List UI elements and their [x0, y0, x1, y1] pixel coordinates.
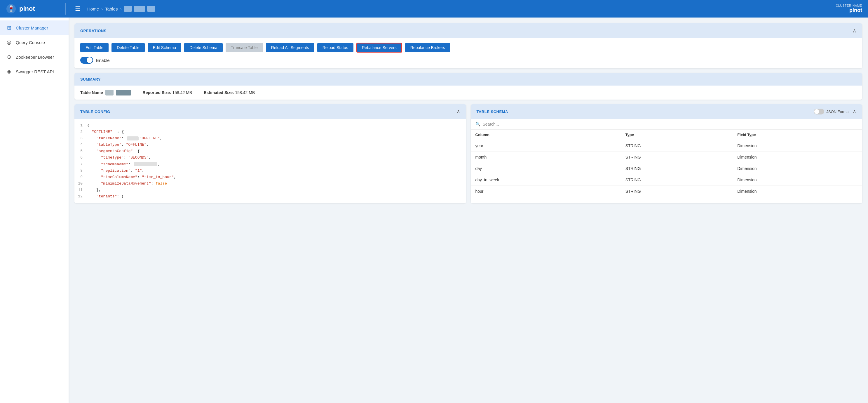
rebalance-brokers-button[interactable]: Rebalance Brokers — [405, 43, 451, 52]
json-format-knob — [814, 109, 819, 114]
sidebar-item-zookeeper[interactable]: ⊙ Zookeeper Browser — [0, 50, 69, 64]
code-line-2: 2 "OFFLINE": { — [74, 129, 466, 135]
table-row: day_in_week STRING Dimension — [471, 174, 863, 186]
table-schema-toggle[interactable]: ∧ — [852, 108, 856, 115]
delete-schema-button[interactable]: Delete Schema — [184, 43, 223, 52]
ops-buttons: Edit Table Delete Table Edit Schema Dele… — [80, 42, 856, 53]
breadcrumb: Home › Tables › — [87, 6, 155, 12]
breadcrumb-sep-1: › — [101, 6, 103, 11]
top-nav: 🍷 pinot ☰ Home › Tables › CLUSTER NAME p… — [0, 0, 868, 18]
cluster-name-value: pinot — [836, 7, 862, 13]
json-format-label: JSON Format — [827, 110, 849, 114]
sidebar-item-zookeeper-label: Zookeeper Browser — [16, 55, 54, 60]
search-icon: 🔍 — [475, 122, 480, 126]
rebalance-servers-button[interactable]: Rebalance Servers — [356, 42, 402, 53]
cell-type: STRING — [621, 140, 733, 151]
enable-toggle-row: Enable — [80, 57, 856, 64]
sidebar-item-cluster-manager[interactable]: ⊞ Cluster Manager — [0, 21, 69, 35]
table-name-redacted-1 — [105, 90, 114, 95]
operations-title: OPERATIONS — [80, 29, 106, 33]
cluster-manager-icon: ⊞ — [6, 25, 12, 31]
logo-text: pinot — [19, 5, 35, 12]
logo-area: 🍷 pinot — [6, 3, 58, 14]
code-area: 1 { 2 "OFFLINE": { 3 "tableName": "OFFLI… — [74, 119, 466, 203]
summary-panel-header: SUMMARY — [74, 73, 862, 86]
col-header-column: Column — [471, 129, 621, 140]
breadcrumb-home[interactable]: Home — [87, 6, 99, 11]
code-line-9: 9 "timeColumnName": "time_to_hour", — [74, 174, 466, 180]
redacted-schemaname — [134, 162, 157, 166]
json-format-toggle[interactable]: JSON Format — [814, 109, 849, 114]
pinot-logo-icon: 🍷 — [6, 3, 17, 14]
sidebar-item-query-console[interactable]: ◎ Query Console — [0, 35, 69, 50]
cell-field-type: Dimension — [733, 163, 862, 174]
cell-field-type: Dimension — [733, 140, 862, 151]
summary-title: SUMMARY — [80, 77, 101, 82]
schema-search-input[interactable] — [483, 122, 858, 126]
cell-type: STRING — [621, 151, 733, 163]
sidebar-item-swagger[interactable]: ◈ Swagger REST API — [0, 64, 69, 79]
reload-all-segments-button[interactable]: Reload All Segments — [266, 43, 314, 52]
edit-schema-button[interactable]: Edit Schema — [148, 43, 181, 52]
code-line-1: 1 { — [74, 122, 466, 129]
edit-table-button[interactable]: Edit Table — [80, 43, 108, 52]
code-line-11: 11 }, — [74, 187, 466, 193]
summary-body: Table Name Reported Size: 158.42 MB Esti… — [74, 86, 862, 99]
operations-panel-header: OPERATIONS ∧ — [74, 23, 862, 38]
reported-size-value: 158.42 MB — [172, 90, 192, 95]
cell-column: hour — [471, 186, 621, 197]
schema-table-body: year STRING Dimension month STRING Dimen… — [471, 140, 863, 197]
operations-toggle[interactable]: ∧ — [852, 27, 856, 34]
cluster-label: CLUSTER NAME — [836, 4, 862, 7]
sidebar-item-query-console-label: Query Console — [16, 40, 45, 45]
sidebar-item-swagger-label: Swagger REST API — [16, 69, 54, 74]
summary-estimated-size: Estimated Size: 158.42 MB — [204, 90, 255, 95]
summary-table-name: Table Name — [80, 90, 131, 95]
code-line-7: 7 "schemaName": , — [74, 161, 466, 168]
breadcrumb-sep-2: › — [120, 6, 121, 11]
bc-box-1 — [124, 6, 132, 12]
cell-field-type: Dimension — [733, 186, 862, 197]
truncate-table-button: Truncate Table — [226, 43, 263, 52]
toggle-knob — [87, 57, 93, 63]
content-area: OPERATIONS ∧ Edit Table Delete Table Edi… — [69, 18, 868, 403]
enable-label: Enable — [96, 58, 110, 63]
code-line-4: 4 "tableType": "OFFLINE", — [74, 142, 466, 148]
col-header-type: Type — [621, 129, 733, 140]
summary-reported-size: Reported Size: 158.42 MB — [143, 90, 192, 95]
cell-field-type: Dimension — [733, 174, 862, 186]
table-name-label: Table Name — [80, 90, 103, 95]
reported-size-label: Reported Size: — [143, 90, 171, 95]
nav-divider — [65, 3, 66, 15]
table-config-header: TABLE CONFIG ∧ — [74, 104, 466, 119]
lower-panels: TABLE CONFIG ∧ 1 { 2 "OFFLINE": { 3 "ta — [74, 104, 862, 203]
table-row: month STRING Dimension — [471, 151, 863, 163]
cell-column: day — [471, 163, 621, 174]
table-row: hour STRING Dimension — [471, 186, 863, 197]
code-line-12: 12 "tenants": { — [74, 193, 466, 200]
delete-table-button[interactable]: Delete Table — [112, 43, 145, 52]
cell-column: year — [471, 140, 621, 151]
json-format-switch[interactable] — [814, 109, 824, 114]
code-line-6: 6 "timeType": "SECONDS", — [74, 154, 466, 161]
table-config-title: TABLE CONFIG — [80, 110, 110, 114]
table-config-panel: TABLE CONFIG ∧ 1 { 2 "OFFLINE": { 3 "ta — [74, 104, 466, 203]
main-layout: ⊞ Cluster Manager ◎ Query Console ⊙ Zook… — [0, 18, 868, 403]
svg-text:🍷: 🍷 — [8, 5, 15, 12]
sidebar: ⊞ Cluster Manager ◎ Query Console ⊙ Zook… — [0, 18, 69, 403]
swagger-icon: ◈ — [6, 68, 12, 75]
enable-toggle-switch[interactable] — [80, 57, 93, 64]
schema-table-header: Column Type Field Type — [471, 129, 863, 140]
table-config-toggle[interactable]: ∧ — [457, 108, 460, 115]
table-row: year STRING Dimension — [471, 140, 863, 151]
bc-box-3 — [147, 6, 155, 12]
schema-search: 🔍 — [471, 119, 863, 129]
hamburger-menu[interactable]: ☰ — [73, 4, 83, 13]
reload-status-button[interactable]: Reload Status — [317, 43, 353, 52]
estimated-size-value: 158.42 MB — [235, 90, 255, 95]
operations-panel: OPERATIONS ∧ Edit Table Delete Table Edi… — [74, 23, 862, 68]
estimated-size-label: Estimated Size: — [204, 90, 234, 95]
sidebar-item-cluster-manager-label: Cluster Manager — [16, 25, 48, 30]
breadcrumb-tables[interactable]: Tables — [105, 6, 118, 11]
cell-type: STRING — [621, 174, 733, 186]
